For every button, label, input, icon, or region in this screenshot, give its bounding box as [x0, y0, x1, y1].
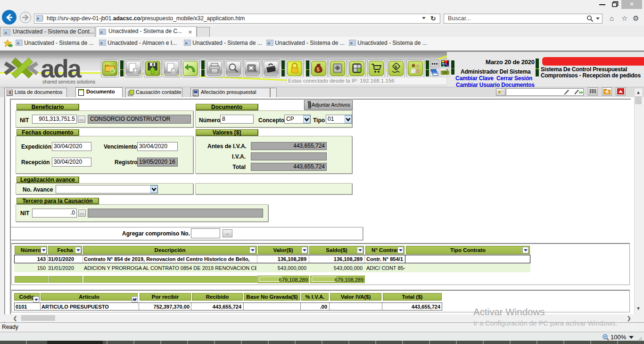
svg-text:e: e [37, 16, 39, 21]
svg-text:ada: ada [41, 54, 82, 83]
svg-text:$: $ [395, 65, 397, 69]
svg-text:$: $ [317, 67, 320, 72]
svg-text:shared services solutions: shared services solutions [42, 79, 95, 84]
